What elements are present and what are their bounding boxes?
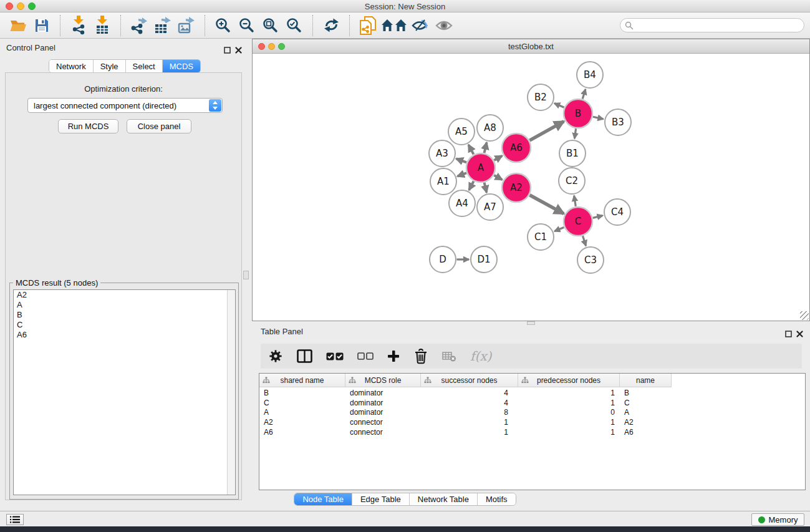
column-header-successor-nodes[interactable]: successor nodes — [421, 374, 518, 387]
column-header-shared-name[interactable]: shared name — [259, 374, 345, 387]
control-panel-close-icon[interactable] — [235, 45, 242, 52]
memory-button[interactable]: Memory — [751, 513, 804, 526]
graph-edge-B-B3[interactable] — [593, 117, 604, 119]
result-list-scrollbar[interactable] — [227, 290, 235, 495]
column-view-icon[interactable] — [297, 347, 312, 365]
graph-node-C2[interactable]: C2 — [559, 168, 585, 194]
graph-edge-B-B4[interactable] — [582, 89, 586, 99]
control-panel-float-icon[interactable] — [224, 45, 231, 52]
table-row[interactable]: A2connector11A2 — [259, 417, 805, 427]
tab-mcds[interactable]: MCDS — [163, 60, 200, 72]
zoom-fit-icon[interactable] — [259, 15, 282, 36]
task-history-list-icon[interactable] — [6, 514, 24, 525]
table-row[interactable]: Bdominator41B — [259, 388, 805, 398]
graph-edge-A-A6[interactable] — [494, 156, 502, 160]
graph-edge-B-B1[interactable] — [574, 128, 576, 138]
add-column-icon[interactable] — [387, 347, 400, 365]
automatic-layout-icon[interactable] — [380, 15, 408, 36]
tab-edge-table[interactable]: Edge Table — [352, 493, 410, 505]
tab-network[interactable]: Network — [49, 60, 94, 72]
close-panel-button[interactable]: Close panel — [127, 119, 191, 133]
graph-node-A8[interactable]: A8 — [477, 115, 503, 141]
table-row[interactable]: A6connector11A6 — [259, 427, 805, 437]
import-table-icon[interactable] — [90, 15, 114, 36]
graph-edge-A2-C[interactable] — [530, 195, 564, 214]
open-session-icon[interactable] — [6, 15, 30, 36]
window-resize-grip[interactable] — [800, 311, 809, 320]
table-panel-close-icon[interactable] — [796, 329, 803, 336]
clone-network-icon[interactable] — [356, 15, 380, 36]
result-item[interactable]: C — [14, 320, 235, 330]
graph-edge-A-A8[interactable] — [485, 142, 487, 153]
graph-edge-C-C1[interactable] — [554, 227, 564, 231]
graph-edge-A-A1[interactable] — [458, 173, 466, 176]
graph-node-C4[interactable]: C4 — [604, 199, 630, 225]
table-row[interactable]: Cdominator41C — [259, 398, 805, 408]
function-builder-icon[interactable]: f(x) — [470, 349, 491, 364]
graph-node-C1[interactable]: C1 — [528, 224, 554, 250]
graph-node-B4[interactable]: B4 — [577, 62, 603, 88]
tab-select[interactable]: Select — [126, 60, 163, 72]
export-network-icon[interactable] — [127, 15, 151, 36]
delete-column-trash-icon[interactable] — [413, 347, 428, 365]
graph-node-A4[interactable]: A4 — [449, 190, 475, 216]
refresh-icon[interactable] — [319, 15, 343, 36]
delete-table-icon[interactable] — [442, 347, 456, 365]
result-item[interactable]: B — [14, 310, 235, 320]
zoom-selected-icon[interactable] — [282, 15, 306, 36]
result-item[interactable]: A2 — [14, 290, 235, 300]
graph-node-A[interactable]: A — [466, 153, 495, 182]
graph-node-D[interactable]: D — [430, 246, 456, 273]
zoom-out-icon[interactable] — [235, 15, 259, 36]
run-mcds-button[interactable]: Run MCDS — [58, 119, 118, 133]
column-header-predecessor-nodes[interactable]: predecessor nodes — [518, 374, 620, 387]
search-input[interactable] — [620, 18, 804, 32]
graph-node-A1[interactable]: A1 — [430, 168, 456, 195]
graph-edge-A-A4[interactable] — [469, 181, 473, 190]
import-network-icon[interactable] — [67, 15, 90, 36]
graph-edge-A-A7[interactable] — [485, 183, 487, 193]
horizontal-splitter-grip[interactable] — [527, 321, 535, 325]
tab-motifs[interactable]: Motifs — [478, 493, 516, 505]
graph-node-B3[interactable]: B3 — [605, 109, 631, 135]
graph-edge-A-A3[interactable] — [456, 158, 467, 162]
tab-network-table[interactable]: Network Table — [410, 493, 478, 505]
deselect-all-checkboxes-icon[interactable] — [357, 347, 374, 365]
graph-node-B[interactable]: B — [564, 99, 592, 128]
graph-node-A7[interactable]: A7 — [477, 194, 503, 220]
graph-node-D1[interactable]: D1 — [471, 246, 497, 273]
graph-edge-A-A5[interactable] — [468, 145, 473, 154]
tab-style[interactable]: Style — [94, 60, 126, 72]
graph-edge-C-C2[interactable] — [574, 196, 576, 206]
graph-edge-B-B2[interactable] — [554, 104, 564, 108]
result-item[interactable]: A6 — [14, 330, 235, 340]
graph-node-A3[interactable]: A3 — [429, 140, 455, 167]
hide-selected-eye-icon[interactable] — [432, 15, 456, 36]
tab-node-table[interactable]: Node Table — [294, 493, 352, 505]
network-canvas[interactable]: B4B2BB3A8A5A6A3B1AA1C2A2A4A7C4CC1C3DD1 — [253, 54, 809, 321]
graph-node-C3[interactable]: C3 — [577, 247, 604, 273]
panel-splitter-grip[interactable] — [243, 271, 249, 279]
graph-node-A5[interactable]: A5 — [448, 118, 475, 145]
table-row[interactable]: Adominator80A — [259, 407, 805, 417]
zoom-in-icon[interactable] — [211, 15, 235, 36]
graph-edge-C-C4[interactable] — [593, 216, 603, 218]
criterion-select[interactable]: largest connected component (directed) — [27, 98, 223, 113]
vizmapper-icon[interactable] — [408, 15, 432, 36]
export-table-icon[interactable] — [151, 15, 175, 36]
graph-edge-A6-B[interactable] — [529, 122, 564, 140]
result-item[interactable]: A — [14, 300, 235, 310]
table-panel-float-icon[interactable] — [785, 329, 792, 336]
select-all-checkboxes-icon[interactable] — [326, 347, 344, 365]
graph-edge-C-C3[interactable] — [583, 236, 586, 246]
network-window-titlebar[interactable]: testGlobe.txt — [253, 39, 809, 54]
graph-edge-A-A2[interactable] — [494, 175, 502, 180]
graph-node-A6[interactable]: A6 — [502, 133, 531, 162]
table-settings-gear-icon[interactable] — [268, 347, 283, 365]
column-header-name[interactable]: name — [620, 374, 672, 387]
graph-node-B1[interactable]: B1 — [559, 140, 586, 167]
graph-node-B2[interactable]: B2 — [528, 84, 554, 110]
graph-node-C[interactable]: C — [564, 207, 592, 236]
column-header-mcds-role[interactable]: MCDS role — [345, 374, 421, 387]
export-image-icon[interactable] — [175, 15, 198, 36]
